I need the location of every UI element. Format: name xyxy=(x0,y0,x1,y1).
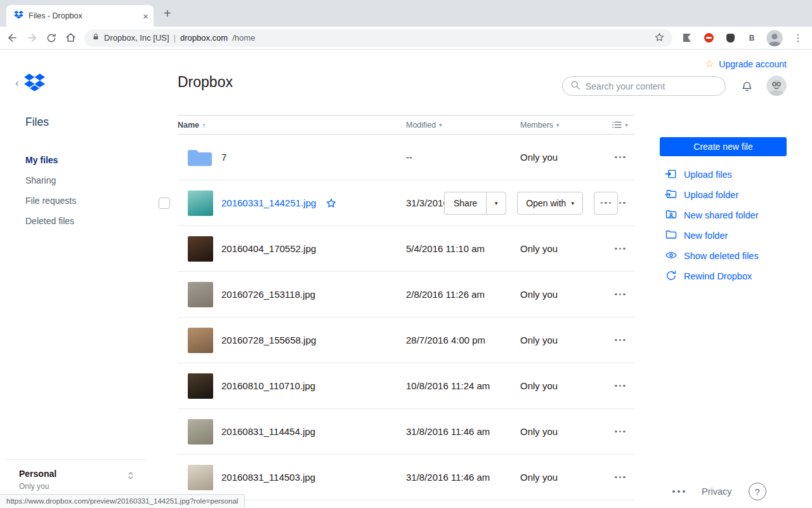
file-thumbnail[interactable] xyxy=(188,419,213,444)
browser-tab[interactable]: Files - Dropbox × xyxy=(6,5,154,27)
home-icon[interactable] xyxy=(65,32,77,44)
column-header-members[interactable]: Members ▾ xyxy=(520,121,606,130)
row-menu-icon[interactable] xyxy=(613,381,627,391)
sidebar-item-my-files[interactable]: My files xyxy=(0,150,152,170)
browser-tabstrip: Files - Dropbox × + xyxy=(0,0,812,27)
file-thumbnail[interactable] xyxy=(188,236,213,262)
upload-files-button[interactable]: Upload files xyxy=(665,164,787,185)
sidebar-item-deleted-files[interactable]: Deleted files xyxy=(0,211,152,231)
extension-icon-4[interactable]: B xyxy=(745,34,759,43)
file-name-link[interactable]: 20160404_170552.jpg xyxy=(221,243,316,254)
file-name-link[interactable]: 20160831_114454.jpg xyxy=(221,426,315,437)
search-box[interactable] xyxy=(562,76,726,96)
file-thumbnail[interactable] xyxy=(188,328,213,353)
extension-icon-3[interactable] xyxy=(723,34,737,43)
table-row[interactable]: 20160831_114503.jpg31/8/2016 11:46 amOnl… xyxy=(178,455,634,500)
upload-files-icon xyxy=(665,168,678,182)
view-options-button[interactable]: ▾ xyxy=(606,121,634,129)
file-thumbnail[interactable] xyxy=(188,465,213,490)
create-new-file-button[interactable]: Create new file xyxy=(660,137,787,156)
file-name-link[interactable]: 20160831_114503.jpg xyxy=(221,472,315,483)
show-deleted-files-button[interactable]: Show deleted files xyxy=(665,246,787,266)
search-input[interactable] xyxy=(586,81,717,91)
name-cell: 20160331_144251.jpg xyxy=(178,190,406,216)
rewind-dropbox-button[interactable]: Rewind Dropbox xyxy=(665,266,787,286)
extension-icon-2[interactable] xyxy=(702,33,716,43)
new-shared-folder-button[interactable]: New shared folder xyxy=(665,205,787,225)
account-switcher[interactable]: Personal Only you xyxy=(6,459,146,491)
file-name-link[interactable]: 20160331_144251.jpg xyxy=(221,197,316,208)
row-menu-icon[interactable] xyxy=(613,244,627,254)
table-row[interactable]: 20160728_155658.jpg28/7/2016 4:00 pmOnly… xyxy=(178,318,634,363)
extension-glyph-dark xyxy=(726,34,735,43)
file-name-link[interactable]: 7 xyxy=(221,152,226,163)
file-thumbnail[interactable] xyxy=(188,282,213,307)
dropbox-logo[interactable] xyxy=(24,74,45,92)
column-header-modified[interactable]: Modified ▾ xyxy=(406,121,520,130)
share-button[interactable]: Share xyxy=(444,192,486,215)
tab-title: Files - Dropbox xyxy=(29,11,138,20)
list-view-icon xyxy=(612,121,622,129)
upgrade-star-icon: ☆ xyxy=(705,57,714,70)
upload-folder-button[interactable]: Upload folder xyxy=(665,185,787,205)
new-tab-button[interactable]: + xyxy=(164,6,171,21)
upgrade-account-link[interactable]: ☆ Upgrade account xyxy=(705,57,787,70)
name-cell: 7 xyxy=(178,147,406,168)
sidebar-item-sharing[interactable]: Sharing xyxy=(0,170,152,190)
forward-icon[interactable] xyxy=(26,32,38,44)
table-row[interactable]: 20160831_114454.jpg31/8/2016 11:46 amOnl… xyxy=(178,409,634,455)
row-checkbox[interactable] xyxy=(159,197,170,209)
table-row[interactable]: 20160726_153118.jpg2/8/2016 11:26 amOnly… xyxy=(178,272,634,318)
open-with-button[interactable]: Open with▾ xyxy=(517,192,583,215)
privacy-link[interactable]: Privacy xyxy=(702,486,732,497)
search-icon xyxy=(570,80,580,93)
column-header-name[interactable]: Name ↑ xyxy=(178,121,406,130)
sort-ascending-icon: ↑ xyxy=(202,121,206,129)
dropbox-favicon-icon xyxy=(14,10,23,22)
sidebar-section-title: Files xyxy=(25,116,49,129)
share-dropdown-button[interactable]: ▾ xyxy=(486,192,506,215)
table-row[interactable]: 20160331_144251.jpg31/3/2016Share▾Open w… xyxy=(178,180,634,226)
share-button-group: Share▾ xyxy=(444,192,506,215)
tab-close-icon[interactable]: × xyxy=(143,11,148,21)
main-content: ☆ Upgrade account Dropbox Name xyxy=(152,50,812,508)
row-menu-icon[interactable] xyxy=(613,472,627,483)
favorite-star-icon[interactable] xyxy=(325,197,337,209)
extension-icon-1[interactable] xyxy=(680,34,694,42)
file-thumbnail[interactable] xyxy=(188,373,213,399)
new-folder-button[interactable]: New folder xyxy=(665,225,787,246)
address-bar[interactable]: Dropbox, Inc [US] | dropbox.com/home xyxy=(84,29,672,47)
browser-profile-avatar[interactable] xyxy=(766,30,783,46)
file-thumbnail[interactable] xyxy=(188,190,213,216)
row-menu-icon[interactable] xyxy=(613,290,627,300)
table-row[interactable]: 7--Only you xyxy=(178,135,634,180)
file-name-link[interactable]: 20160728_155658.jpg xyxy=(221,335,316,345)
row-actions-button[interactable] xyxy=(594,192,618,215)
table-body: 7--Only you20160331_144251.jpg31/3/2016S… xyxy=(178,135,634,500)
action-list: Upload filesUpload folderNew shared fold… xyxy=(660,164,787,286)
browser-menu-icon[interactable]: ⋮ xyxy=(790,32,806,44)
account-switcher-icon[interactable] xyxy=(127,470,134,484)
collapse-sidebar-icon[interactable]: ‹ xyxy=(15,77,19,90)
account-avatar[interactable] xyxy=(766,76,787,96)
row-menu-icon[interactable] xyxy=(613,152,627,163)
file-name-link[interactable]: 20160810_110710.jpg xyxy=(221,380,315,391)
notifications-bell-icon[interactable] xyxy=(741,80,753,95)
row-menu-icon[interactable] xyxy=(613,335,627,345)
table-row[interactable]: 20160404_170552.jpg5/4/2016 11:10 amOnly… xyxy=(178,226,634,272)
url-domain: dropbox.com xyxy=(180,33,228,43)
row-menu-icon[interactable] xyxy=(613,427,627,437)
folder-icon xyxy=(188,147,213,168)
reload-icon[interactable] xyxy=(46,32,57,44)
dropbox-app: ‹ Files My filesSharingFile requestsDele… xyxy=(0,50,812,508)
table-row[interactable]: 20160810_110710.jpg10/8/2016 11:24 amOnl… xyxy=(178,363,634,409)
back-icon[interactable] xyxy=(6,32,18,44)
members-value: Only you xyxy=(520,243,606,254)
name-cell: 20160810_110710.jpg xyxy=(178,373,406,399)
action-label: Upload folder xyxy=(684,190,738,200)
bookmark-star-icon[interactable] xyxy=(654,32,665,44)
more-options-icon[interactable] xyxy=(672,486,685,497)
sidebar-item-file-requests[interactable]: File requests xyxy=(0,190,152,211)
help-button[interactable]: ? xyxy=(749,483,766,500)
file-name-link[interactable]: 20160726_153118.jpg xyxy=(221,289,315,300)
